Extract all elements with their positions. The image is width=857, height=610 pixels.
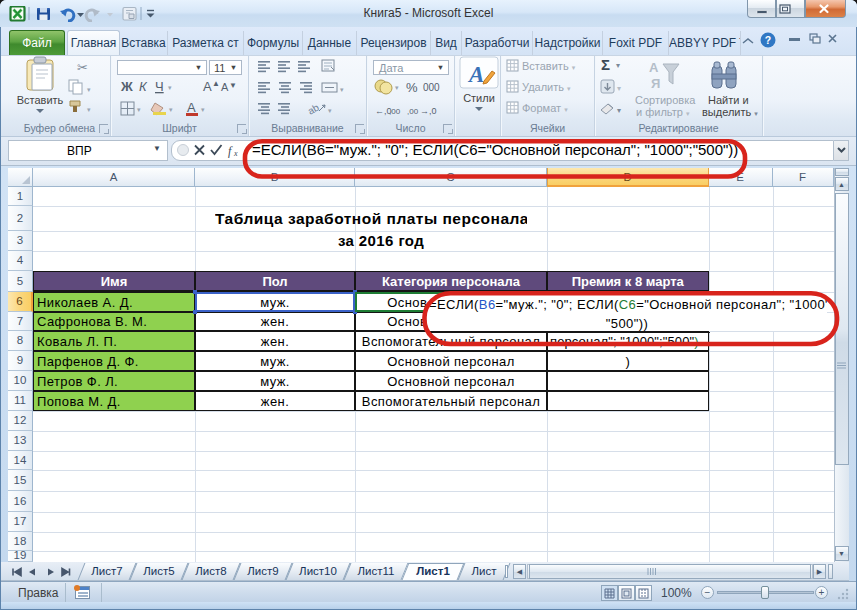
- svg-text:▾: ▾: [137, 106, 141, 113]
- svg-text:▾: ▾: [340, 86, 344, 93]
- svg-text:x: x: [233, 149, 238, 158]
- svg-text:ab: ab: [307, 102, 321, 116]
- svg-text:%: %: [406, 80, 418, 95]
- svg-text:А: А: [221, 81, 229, 93]
- svg-text:▼: ▼: [229, 81, 237, 90]
- svg-text:Я: Я: [651, 76, 660, 91]
- svg-text:,00: ,00: [389, 107, 401, 116]
- svg-text:Σ: Σ: [601, 56, 610, 73]
- svg-text:f: f: [228, 144, 233, 158]
- svg-text:▾: ▾: [617, 84, 621, 93]
- svg-text:А: А: [649, 60, 659, 75]
- svg-text:Ч: Ч: [155, 79, 164, 94]
- svg-text:→,0: →,0: [420, 106, 437, 116]
- svg-text:▾: ▾: [87, 86, 91, 93]
- svg-text:К: К: [139, 79, 148, 94]
- svg-text:А: А: [467, 62, 484, 87]
- svg-text:Вставить: Вставить: [17, 94, 64, 106]
- svg-text:?: ?: [765, 34, 771, 46]
- svg-text:▾: ▾: [617, 106, 621, 115]
- svg-text:А: А: [203, 79, 212, 94]
- svg-text:▾: ▾: [616, 61, 620, 70]
- svg-text:Стили: Стили: [463, 92, 495, 104]
- svg-text:000: 000: [423, 82, 440, 93]
- svg-text:✂: ✂: [77, 60, 88, 75]
- svg-text:▾: ▾: [168, 84, 172, 91]
- svg-text:▾: ▾: [395, 84, 399, 91]
- svg-text:,00: ,00: [407, 107, 419, 116]
- svg-text:А: А: [187, 100, 196, 115]
- svg-text:▾: ▾: [328, 107, 332, 114]
- svg-text:▾: ▾: [201, 106, 205, 113]
- svg-text:▾: ▾: [169, 106, 173, 113]
- svg-text:▾: ▾: [87, 106, 91, 113]
- svg-text:Ж: Ж: [120, 79, 133, 94]
- svg-text:▲: ▲: [212, 79, 220, 88]
